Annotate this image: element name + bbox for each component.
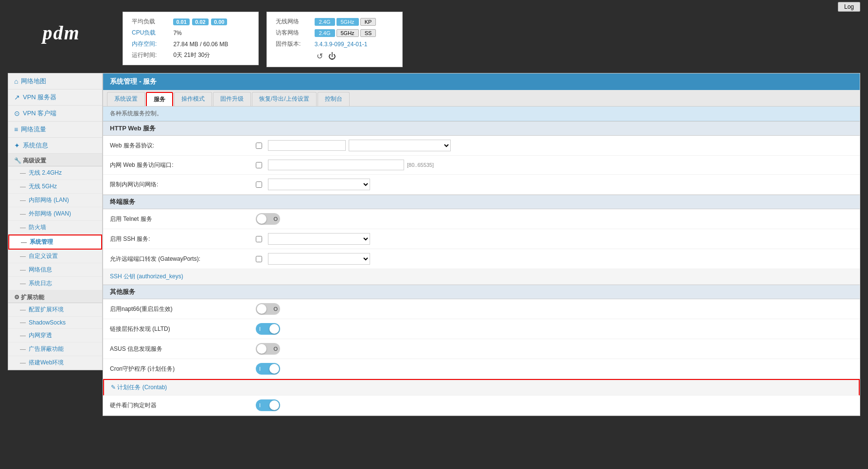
traffic-icon: ≡ [14, 126, 18, 133]
cron-control[interactable]: I [256, 363, 853, 375]
restrict-select[interactable] [268, 179, 370, 190]
ssh-checkbox[interactable] [256, 236, 262, 242]
watchdog-track[interactable]: I [256, 399, 280, 411]
gateway-checkbox[interactable] [256, 256, 262, 262]
firmware-value[interactable]: 3.4.3.9-099_24-01-1 [315, 41, 368, 48]
telnet-toggle[interactable]: O [256, 213, 280, 225]
lltd-label: 链接层拓扑发现 (LLTD) [110, 325, 256, 333]
lltd-track[interactable]: I [256, 323, 280, 335]
sidebar-ext-tunnel[interactable]: — 内网穿透 [8, 329, 102, 343]
row-restrict: 限制内网访问网络: [103, 175, 860, 195]
lltd-thumb [269, 324, 279, 334]
extend-label: ⚙ 扩展功能 [14, 294, 44, 301]
crontab-link[interactable]: ✎ 计划任务 (Crontab) [111, 384, 167, 391]
dash-icon-6: — [21, 239, 27, 246]
sidebar-sub-firewall[interactable]: — 防火墙 [8, 221, 102, 234]
btn-kp[interactable]: KP [360, 18, 376, 26]
tab-backup-restore[interactable]: 恢复/导出/上传设置 [252, 92, 317, 106]
sidebar-sub-sysadmin[interactable]: — 系统管理 [8, 234, 102, 250]
uptime-value: 0天 21时 30分 [170, 50, 252, 61]
tab-bar: 系统设置 服务 操作模式 固件升级 恢复/导出/上传设置 控制台 [103, 90, 860, 107]
ext-label-adblock: 广告屏蔽功能 [29, 345, 64, 353]
watchdog-toggle[interactable]: I [256, 399, 280, 411]
sidebar-ext-shadowsocks[interactable]: — ShadowSocks [8, 317, 102, 329]
dash-icon-9: — [20, 280, 26, 287]
load1-badge: 0.01 [173, 18, 189, 25]
row-watchdog: 硬件看门狗定时器 I [103, 396, 860, 415]
btn-5ghz[interactable]: 5GHz [337, 18, 359, 26]
sidebar-sub-custom[interactable]: — 自定义设置 [8, 250, 102, 263]
web-protocol-input[interactable] [268, 140, 346, 151]
watchdog-control[interactable]: I [256, 399, 853, 411]
sidebar-sub-syslog[interactable]: — 系统日志 [8, 277, 102, 290]
napt66-control[interactable]: O [256, 303, 853, 315]
section-other: 其他服务 [103, 285, 860, 299]
sidebar-item-vpn-client[interactable]: ⊙ VPN 客户端 [8, 106, 102, 122]
web-port-input[interactable] [268, 160, 404, 170]
sidebar-sub-lan[interactable]: — 内部网络 (LAN) [8, 194, 102, 207]
sidebar-sub-wan[interactable]: — 外部网络 (WAN) [8, 207, 102, 221]
vpn-client-icon: ⊙ [14, 109, 20, 117]
web-port-checkbox[interactable] [256, 162, 262, 168]
telnet-track[interactable]: O [256, 213, 280, 225]
refresh-button[interactable]: ↺ [315, 51, 325, 61]
section-terminal: 终端服务 [103, 195, 860, 209]
visitor-label: 访客网络 [273, 27, 312, 38]
sidebar-item-network-map[interactable]: ⌂ 网络地图 [8, 73, 102, 90]
cron-toggle[interactable]: I [256, 363, 280, 375]
memory-link[interactable]: 内存空间: [132, 40, 157, 47]
info-bar: 各种系统服务控制。 [103, 107, 860, 121]
btn-v5ghz[interactable]: 5GHz [337, 29, 359, 37]
sidebar-sub-wireless-24[interactable]: — 无线 2.4GHz [8, 166, 102, 180]
napt66-thumb [257, 304, 266, 314]
advanced-label: 🔧 高级设置 [14, 157, 46, 164]
btn-24ghz[interactable]: 2.4G [315, 18, 335, 26]
ssh-select[interactable] [268, 233, 370, 245]
dash-icon-3: — [20, 197, 26, 204]
tab-system-settings[interactable]: 系统设置 [107, 92, 145, 106]
content-panel: 系统管理 - 服务 系统设置 服务 操作模式 固件升级 恢复/导出/上传设置 控… [103, 73, 860, 416]
sidebar-ext-adblock[interactable]: — 广告屏蔽功能 [8, 343, 102, 356]
asus-track[interactable]: O [256, 343, 280, 355]
cron-track[interactable]: I [256, 363, 280, 375]
sidebar-item-system-info[interactable]: ✦ 系统信息 [8, 138, 102, 154]
lltd-toggle[interactable]: I [256, 323, 280, 335]
telnet-control[interactable]: O [256, 213, 853, 225]
btn-ss[interactable]: SS [360, 29, 376, 37]
sidebar-ext-web[interactable]: — 搭建Web环境 [8, 356, 102, 370]
sidebar-item-network-traffic[interactable]: ≡ 网络流量 [8, 122, 102, 138]
btn-v24ghz[interactable]: 2.4G [315, 29, 335, 37]
row-ssh: 启用 SSH 服务: [103, 229, 860, 249]
ssh-keys-link[interactable]: SSH 公钥 (authorized_keys) [110, 273, 183, 280]
log-button[interactable]: Log [838, 2, 860, 12]
tab-firmware-upgrade[interactable]: 固件升级 [213, 92, 251, 106]
napt66-toggle[interactable]: O [256, 303, 280, 315]
tab-console[interactable]: 控制台 [318, 92, 350, 106]
sidebar-sub-wireless-5[interactable]: — 无线 5GHz [8, 180, 102, 194]
sidebar-sub-netinfo[interactable]: — 网络信息 [8, 263, 102, 277]
dash-icon-e1: — [20, 307, 26, 313]
load2-badge: 0.02 [192, 18, 208, 25]
napt66-track[interactable]: O [256, 303, 280, 315]
restrict-control [256, 179, 853, 190]
telnet-thumb [257, 214, 266, 224]
tab-operation-mode[interactable]: 操作模式 [174, 92, 212, 106]
wireless-info-box: 无线网络 2.4G 5GHz KP 访客网络 2.4G 5GHz SS [266, 12, 403, 67]
firmware-label: 固件版本: [273, 38, 312, 50]
asus-control[interactable]: O [256, 343, 853, 355]
sidebar-item-vpn-server[interactable]: ↗ VPN 服务器 [8, 90, 102, 106]
asus-toggle[interactable]: O [256, 343, 280, 355]
lltd-control[interactable]: I [256, 323, 853, 335]
power-button[interactable]: ⏻ [326, 52, 338, 61]
restrict-checkbox[interactable] [256, 181, 262, 188]
web-protocol-checkbox[interactable] [256, 143, 262, 149]
tab-services[interactable]: 服务 [146, 92, 173, 106]
uptime-label: 运行时间: [129, 50, 170, 61]
web-protocol-control [256, 140, 853, 151]
sub-label-custom: 自定义设置 [29, 252, 58, 260]
gateway-select[interactable] [268, 253, 370, 265]
web-protocol-select[interactable] [349, 140, 451, 151]
wireless-label: 无线网络 [273, 16, 312, 27]
sidebar-ext-config[interactable]: — 配置扩展环境 [8, 303, 102, 317]
cpu-link[interactable]: CPU负载 [132, 29, 156, 36]
